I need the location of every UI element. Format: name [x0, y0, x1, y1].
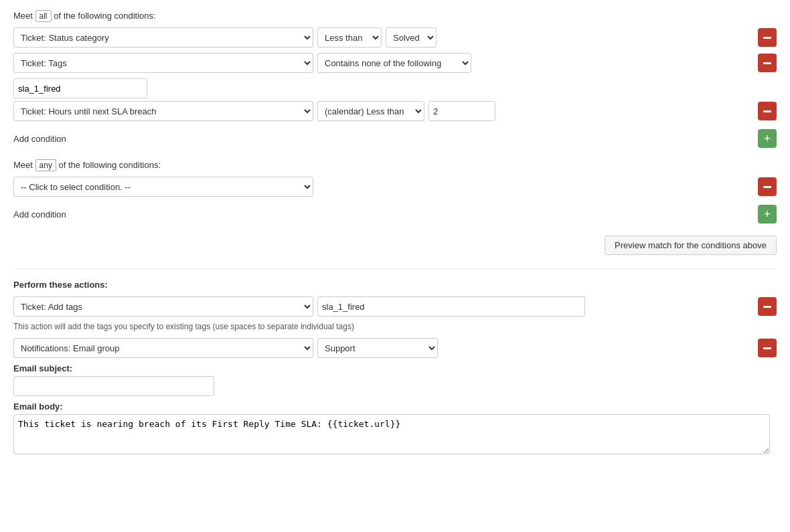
email-subject-row: Email subject: Ticket nearing breach — [13, 363, 777, 396]
all-label-prefix: Meet — [13, 11, 33, 21]
actions-section-title: Perform these actions: — [13, 280, 777, 290]
all-row1-field-select[interactable]: Ticket: Status category — [13, 27, 313, 48]
any-row1-remove-button[interactable] — [758, 177, 777, 196]
all-condition-block-2: Ticket: Tags Contains none of the follow… — [13, 53, 777, 98]
action-row-2: Notifications: Email group Support — [13, 338, 777, 358]
action-row1-value-input[interactable] — [317, 296, 585, 317]
email-subject-input[interactable]: Ticket nearing breach — [13, 376, 214, 396]
any-label-suffix: of the following conditions: — [59, 160, 161, 170]
all-condition-row-3: Ticket: Hours until next SLA breach (cal… — [13, 101, 777, 121]
all-row2-tags-row: sla_1_fired — [13, 78, 777, 98]
preview-button-row: Preview match for the conditions above — [13, 236, 777, 255]
all-add-condition-label: Add condition — [13, 134, 66, 144]
all-row3-value-input[interactable] — [428, 101, 495, 121]
all-row2-field-select[interactable]: Ticket: Tags — [13, 53, 313, 73]
action-block-1: Ticket: Add tags This action will add th… — [13, 296, 777, 331]
all-add-condition-row: Add condition — [13, 126, 777, 151]
all-row2-remove-button[interactable] — [758, 54, 777, 72]
action-row2-field-select[interactable]: Notifications: Email group — [13, 338, 313, 358]
all-condition-row-2: Ticket: Tags Contains none of the follow… — [13, 53, 777, 73]
any-label-prefix: Meet — [13, 160, 33, 170]
all-row3-operator-select[interactable]: (calendar) Less than — [317, 101, 424, 121]
all-row2-tags-input[interactable]: sla_1_fired — [13, 78, 147, 98]
all-conditions-header: Meet all of the following conditions: — [13, 11, 777, 21]
any-add-condition-button[interactable] — [758, 205, 777, 224]
action-row1-helper: This action will add the tags you specif… — [13, 322, 777, 331]
all-row3-field-select[interactable]: Ticket: Hours until next SLA breach — [13, 101, 313, 121]
any-badge: any — [35, 159, 56, 171]
all-row3-remove-button[interactable] — [758, 102, 777, 120]
action-row1-field-select[interactable]: Ticket: Add tags — [13, 296, 313, 317]
action-row1-remove-button[interactable] — [758, 297, 777, 316]
action-row2-value-select[interactable]: Support — [317, 338, 438, 358]
email-body-label: Email body: — [13, 402, 777, 412]
email-body-textarea[interactable]: This ticket is nearing breach of its Fir… — [13, 414, 770, 454]
email-subject-label: Email subject: — [13, 363, 777, 373]
action-block-2: Notifications: Email group Support Email… — [13, 338, 777, 456]
action-row-1: Ticket: Add tags — [13, 296, 777, 317]
all-label-suffix: of the following conditions: — [54, 11, 155, 21]
all-row1-remove-button[interactable] — [758, 28, 777, 47]
any-condition-row-1: -- Click to select condition. -- — [13, 177, 777, 197]
any-row1-field-select[interactable]: -- Click to select condition. -- — [13, 177, 313, 197]
email-body-row: Email body: This ticket is nearing breac… — [13, 402, 777, 456]
action-row2-remove-button[interactable] — [758, 339, 777, 357]
preview-match-button[interactable]: Preview match for the conditions above — [605, 236, 777, 255]
any-add-condition-row: Add condition — [13, 202, 777, 226]
all-row2-operator-select[interactable]: Contains none of the following — [317, 53, 471, 73]
all-condition-row-1: Ticket: Status category Less than Solved — [13, 27, 777, 48]
all-add-condition-button[interactable] — [758, 129, 777, 148]
all-badge: all — [35, 10, 52, 22]
section-divider — [13, 268, 777, 269]
all-row1-value-select[interactable]: Solved — [386, 27, 437, 48]
all-row1-operator-select[interactable]: Less than — [317, 27, 382, 48]
any-add-condition-label: Add condition — [13, 209, 66, 219]
any-conditions-header: Meet any of the following conditions: — [13, 160, 777, 170]
